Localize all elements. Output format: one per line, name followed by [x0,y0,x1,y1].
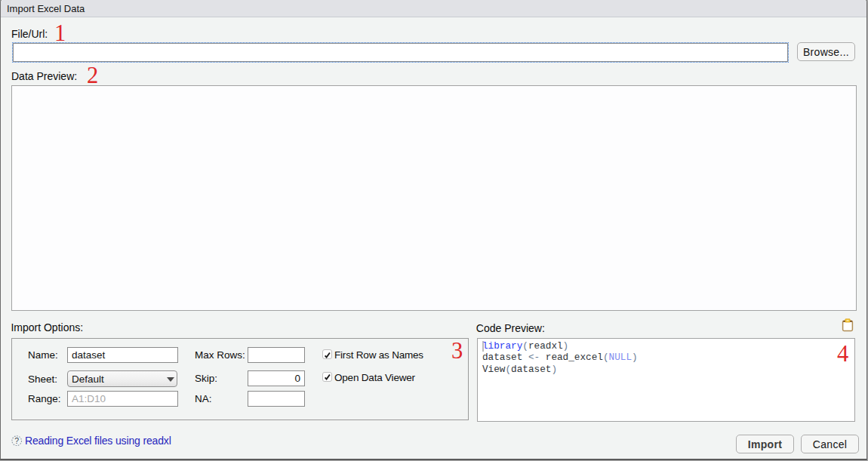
svg-text:?: ? [14,436,19,445]
